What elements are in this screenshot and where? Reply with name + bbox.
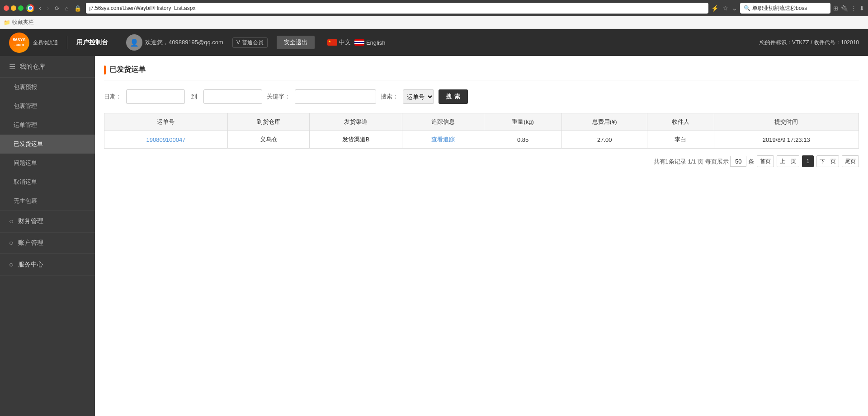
lang-en[interactable]: English [354, 39, 386, 46]
package-forecast-label: 包裹预报 [14, 84, 37, 90]
cn-flag-icon: ★ [327, 39, 337, 46]
sidebar-item-shipped-waybill[interactable]: 已发货运单 [0, 135, 95, 154]
pagination-total-info: 共有1条记录 1/1 页 每页展示 条 [654, 156, 754, 167]
th-tracking: 追踪信息 [402, 113, 484, 131]
logo-icon: 56SYS.com [9, 33, 29, 53]
waybill-manage-label: 运单管理 [14, 122, 37, 128]
browser-search-text: 单职业切割流速秒boss [752, 5, 807, 12]
table-body: 190809100047 义乌仓 发货渠道B 查看追踪 0.85 27.00 李… [104, 131, 859, 149]
extensions-icon[interactable]: 🔌 [841, 5, 848, 12]
sidebar-section-service[interactable]: ○ 服务中心 [0, 254, 95, 276]
sidebar-item-no-owner-package[interactable]: 无主包裹 [0, 192, 95, 210]
th-weight: 重量(kg) [484, 113, 562, 131]
bookmarks-label: 收藏夹栏 [12, 19, 34, 26]
browser-search-bar[interactable]: 🔍 单职业切割流速秒boss [740, 3, 830, 14]
keyword-input[interactable] [295, 89, 376, 104]
date-to-input[interactable] [203, 89, 262, 104]
lang-en-label: English [366, 39, 386, 46]
tracking-link[interactable]: 查看追踪 [431, 136, 455, 143]
menu-icon[interactable]: ⋮ [851, 5, 857, 12]
td-submit-time: 2019/8/9 17:23:13 [714, 131, 859, 149]
star-icon[interactable]: ☆ [722, 5, 728, 12]
member-icon: V [236, 39, 240, 46]
close-window-btn[interactable] [4, 5, 9, 11]
last-page-btn[interactable]: 尾页 [842, 155, 859, 167]
apps-icon[interactable]: ⊞ [833, 5, 838, 12]
current-page-btn[interactable]: 1 [802, 155, 814, 167]
date-from-input[interactable] [126, 89, 185, 104]
bookmarks-bar: 📁 收藏夹栏 [0, 16, 868, 29]
td-recipient: 李白 [647, 131, 714, 149]
prev-page-btn[interactable]: 上一页 [777, 155, 799, 167]
sidebar-item-package-manage[interactable]: 包裹管理 [0, 97, 95, 116]
td-waybill-no: 190809100047 [104, 131, 228, 149]
no-owner-package-label: 无主包裹 [14, 197, 37, 204]
sidebar-item-package-forecast[interactable]: 包裹预报 [0, 78, 95, 97]
browser-search-icon: 🔍 [744, 5, 750, 11]
sidebar-section-account[interactable]: ○ 账户管理 [0, 233, 95, 254]
search-type-label: 搜索： [381, 93, 398, 101]
top-navigation: 56SYS.com 全易物流通 用户控制台 👤 欢迎您，409889195@qq… [0, 29, 868, 56]
lang-cn[interactable]: ★ 中文 [327, 38, 351, 47]
sidebar-item-cancel-waybill[interactable]: 取消运单 [0, 173, 95, 192]
welcome-text: 欢迎您，409889195@qq.com [145, 38, 223, 47]
pagination: 共有1条记录 1/1 页 每页展示 条 首页 上一页 1 下一页 尾页 [104, 155, 859, 167]
address-bar[interactable]: j7.56sys.com/User/Waybill/History_List.a… [86, 3, 708, 14]
refresh-icon[interactable]: ⟳ [53, 4, 61, 13]
sidebar-item-problem-waybill[interactable]: 问题运单 [0, 154, 95, 173]
chevron-icon[interactable]: ⌄ [732, 5, 737, 12]
td-channel: 发货渠道B [310, 131, 402, 149]
main-layout: ☰ 我的仓库 包裹预报 包裹管理 运单管理 已发货运单 问题运单 取消运单 [0, 56, 868, 416]
first-page-btn[interactable]: 首页 [757, 155, 774, 167]
account-icon: ○ [9, 239, 14, 247]
browser-navigation: ‹ › ⟳ ⌂ 🔒 [37, 3, 83, 13]
lightning-icon: ⚡ [711, 5, 719, 12]
th-warehouse: 到货仓库 [227, 113, 309, 131]
page-size-input[interactable] [730, 156, 746, 167]
forward-icon[interactable]: › [45, 3, 51, 13]
sidebar-section-finance[interactable]: ○ 财务管理 [0, 211, 95, 232]
table-header: 运单号 到货仓库 发货渠道 追踪信息 重量(kg) 总费用(¥) 收件人 提交时… [104, 113, 859, 131]
keyword-label: 关键字： [267, 93, 290, 101]
cancel-waybill-label: 取消运单 [14, 178, 37, 185]
logo-tagline: 全易物流通 [33, 39, 58, 46]
search-bar: 日期： 到 关键字： 搜索： 运单号 搜 索 [104, 89, 859, 104]
logout-button[interactable]: 安全退出 [277, 36, 315, 49]
download-icon[interactable]: ⬇ [859, 5, 864, 12]
date-label: 日期： [104, 93, 122, 101]
home-icon[interactable]: ⌂ [63, 4, 71, 13]
minimize-window-btn[interactable] [11, 5, 16, 11]
search-type-select[interactable]: 运单号 [403, 89, 434, 104]
app-container: 56SYS.com 全易物流通 用户控制台 👤 欢迎您，409889195@qq… [0, 29, 868, 416]
sidebar-section-warehouse[interactable]: ☰ 我的仓库 [0, 56, 95, 78]
browser-window-controls [4, 5, 24, 11]
package-manage-label: 包裹管理 [14, 103, 37, 109]
language-switcher: ★ 中文 English [327, 38, 386, 47]
th-channel: 发货渠道 [310, 113, 402, 131]
cn-flag-star: ★ [328, 40, 331, 43]
search-button[interactable]: 搜 索 [439, 89, 468, 104]
sidebar-account-label: 账户管理 [18, 239, 43, 247]
th-recipient: 收件人 [647, 113, 714, 131]
back-icon[interactable]: ‹ [37, 3, 43, 13]
waybill-no-link[interactable]: 190809100047 [146, 136, 186, 143]
logo-text: 56SYS.com [13, 37, 25, 47]
user-avatar: 👤 [126, 34, 142, 51]
td-weight: 0.85 [484, 131, 562, 149]
bookmarks-folder[interactable]: 📁 收藏夹栏 [4, 19, 34, 26]
sidebar-service-label: 服务中心 [18, 261, 43, 269]
waybill-table: 运单号 到货仓库 发货渠道 追踪信息 重量(kg) 总费用(¥) 收件人 提交时… [104, 113, 859, 149]
page-title-bar: 已发货运单 [104, 65, 859, 80]
sidebar: ☰ 我的仓库 包裹预报 包裹管理 运单管理 已发货运单 问题运单 取消运单 [0, 56, 95, 416]
next-page-btn[interactable]: 下一页 [816, 155, 839, 167]
th-submit-time: 提交时间 [714, 113, 859, 131]
browser-extra-icons: ⊞ 🔌 ⋮ ⬇ [833, 5, 864, 12]
finance-icon: ○ [9, 217, 14, 225]
page-title: 已发货运单 [109, 65, 146, 75]
problem-waybill-label: 问题运单 [14, 159, 37, 166]
browser-actions: ⚡ ☆ ⌄ [711, 5, 737, 12]
td-tracking: 查看追踪 [402, 131, 484, 149]
maximize-window-btn[interactable] [18, 5, 24, 11]
user-code-display: 您的件标识：VTKZZ / 收件代号：102010 [760, 39, 859, 47]
sidebar-item-waybill-manage[interactable]: 运单管理 [0, 116, 95, 135]
